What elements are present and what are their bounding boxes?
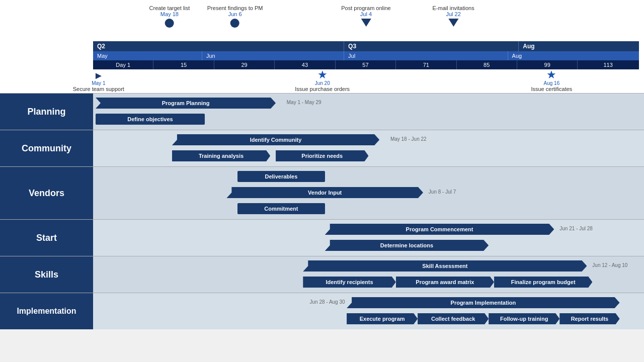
row-content-planning: Program Planning May 1 - May 29 Define o… (93, 94, 644, 130)
milestone-triangle (361, 19, 371, 27)
marker-secure-team: ► May 1 Secure team support (73, 70, 124, 92)
marker-label: Secure team support (73, 86, 124, 92)
bar-row-skills-sub: Identify recipients Program award matrix… (96, 277, 641, 289)
milestone-date: Jun 6 (207, 11, 263, 17)
bar-vendor-input: Vendor Input (226, 187, 423, 198)
bar-row-program-planning: Program Planning May 1 - May 29 (96, 98, 641, 112)
marker-row: ► May 1 Secure team support ★ Jun 20 Iss… (93, 69, 639, 90)
bar-row-identify-community: Identify Community May 18 - Jun 22 (96, 134, 641, 148)
bar-execute-program: Execute program (347, 313, 418, 324)
bar-identify-recipients: Identify recipients (303, 277, 395, 288)
date-skill-assessment: Jun 12 - Aug 10 (592, 262, 627, 268)
bar-program-planning: Program Planning (96, 98, 276, 109)
milestone-create-target: Create target list May 18 (149, 5, 190, 28)
day-bar: Day 1 15 29 43 57 71 85 99 113 (93, 60, 639, 69)
row-community: Community Identify Community May 18 - Ju… (0, 130, 644, 166)
bar-row-determine-locations: Determine locations (96, 240, 641, 252)
bar-row-training: Training analysis Prioritize needs (96, 150, 641, 162)
main-container: Create target list May 18 Present findin… (0, 0, 644, 329)
bar-row-vendor-input: Vendor Input Jun 8 - Jul 7 (96, 187, 641, 201)
quarter-q2: Q2 (93, 41, 344, 51)
row-vendors: Vendors Deliverables Vendor Input Jun 8 … (0, 166, 644, 219)
row-label-start: Start (0, 220, 93, 256)
row-planning: Planning Program Planning May 1 - May 29… (0, 93, 644, 130)
milestone-dot (165, 19, 174, 28)
row-content-vendors: Deliverables Vendor Input Jun 8 - Jul 7 … (93, 167, 644, 219)
milestone-post-program: Post program online Jul 4 (341, 5, 390, 27)
bar-row-define-objectives: Define objectives (96, 114, 641, 126)
milestone-present-findings: Present findings to PM Jun 6 (207, 5, 263, 28)
marker-label: Issue certificates (531, 86, 572, 92)
date-program-implementation: Jun 28 - Aug 30 (310, 299, 345, 305)
bar-determine-locations: Determine locations (325, 240, 489, 251)
bar-training-analysis: Training analysis (172, 150, 270, 161)
day-29: 29 (214, 60, 275, 69)
bar-collect-feedback: Collect feedback (418, 313, 489, 324)
timeline-header: Create target list May 18 Present findin… (0, 0, 644, 93)
milestone-email-invitations: E-mail invitations Jul 22 (433, 5, 474, 27)
milestone-label: Post program online (341, 5, 390, 11)
date-program-planning: May 1 - May 29 (287, 100, 321, 105)
date-program-commencement: Jun 21 - Jul 28 (559, 226, 593, 231)
day-57: 57 (336, 60, 396, 69)
row-implementation: Implementation Jun 28 - Aug 30 Program I… (0, 293, 644, 329)
gantt-rows: Planning Program Planning May 1 - May 29… (0, 93, 644, 329)
bar-prioritize-needs: Prioritize needs (276, 150, 368, 161)
row-label-skills: Skills (0, 256, 93, 293)
month-jun: Jun (202, 51, 344, 60)
bar-row-program-implementation: Jun 28 - Aug 30 Program Implementation (96, 297, 641, 311)
marker-label: Issue purchase orders (295, 86, 350, 92)
bar-row-commitment: Commitment (96, 203, 641, 215)
milestone-date: Jul 22 (433, 11, 474, 17)
marker-issue-certs: ★ Aug 16 Issue certificates (531, 69, 572, 92)
bar-skill-assessment: Skill Assessment (303, 260, 587, 272)
bar-finalize-program-budget: Finalize program budget (494, 277, 592, 288)
bar-program-implementation: Program Implementation (347, 297, 620, 308)
marker-date: Jun 20 (295, 80, 350, 86)
milestone-triangle (448, 19, 458, 27)
row-skills: Skills Skill Assessment Jun 12 - Aug 10 … (0, 256, 644, 293)
date-identify-community: May 18 - Jun 22 (390, 136, 427, 142)
bar-commitment: Commitment (237, 203, 325, 214)
bar-program-commencement: Program Commencement (325, 224, 554, 235)
month-jul: Jul (344, 51, 508, 60)
row-label-planning: Planning (0, 94, 93, 130)
row-label-community: Community (0, 130, 93, 166)
row-content-community: Identify Community May 18 - Jun 22 Train… (93, 130, 644, 166)
milestone-label: E-mail invitations (433, 5, 474, 11)
quarter-q3: Q3 (344, 41, 519, 51)
bar-program-award-matrix: Program award matrix (396, 277, 494, 288)
row-label-vendors: Vendors (0, 167, 93, 219)
marker-issue-po: ★ Jun 20 Issue purchase orders (295, 69, 350, 92)
row-label-implementation: Implementation (0, 293, 93, 329)
milestone-dot (230, 19, 239, 28)
row-start: Start Program Commencement Jun 21 - Jul … (0, 219, 644, 256)
milestone-label: Present findings to PM (207, 5, 263, 11)
bar-followup-training: Follow-up training (489, 313, 559, 324)
row-content-implementation: Jun 28 - Aug 30 Program Implementation E… (93, 293, 644, 329)
bar-identify-community: Identify Community (172, 134, 379, 145)
month-aug: Aug (508, 51, 639, 60)
month-may: May (93, 51, 202, 60)
day-71: 71 (396, 60, 456, 69)
bar-row-deliverables: Deliverables (96, 171, 641, 185)
star-icon: ★ (295, 69, 350, 80)
arrow-left-icon: ► (73, 70, 124, 80)
milestone-date: Jul 4 (341, 11, 390, 17)
star-icon: ★ (531, 69, 572, 80)
quarter-bar: Q2 Q3 Aug (93, 41, 639, 51)
bar-row-skill-assessment: Skill Assessment Jun 12 - Aug 10 (96, 260, 641, 275)
day-85: 85 (457, 60, 517, 69)
marker-date: Aug 16 (531, 80, 572, 86)
date-vendor-input: Jun 8 - Jul 7 (429, 189, 456, 195)
day-1: Day 1 (93, 60, 153, 69)
bar-report-results: Report results (559, 313, 619, 324)
milestone-date: May 18 (149, 11, 190, 17)
day-15: 15 (153, 60, 214, 69)
bar-deliverables: Deliverables (237, 171, 325, 182)
marker-date: May 1 (73, 80, 124, 86)
row-content-skills: Skill Assessment Jun 12 - Aug 10 Identif… (93, 256, 644, 293)
milestone-area: Create target list May 18 Present findin… (93, 5, 639, 41)
month-bar: May Jun Jul Aug (93, 51, 639, 60)
bar-row-implementation-sub: Execute program Collect feedback Follow-… (96, 313, 641, 325)
